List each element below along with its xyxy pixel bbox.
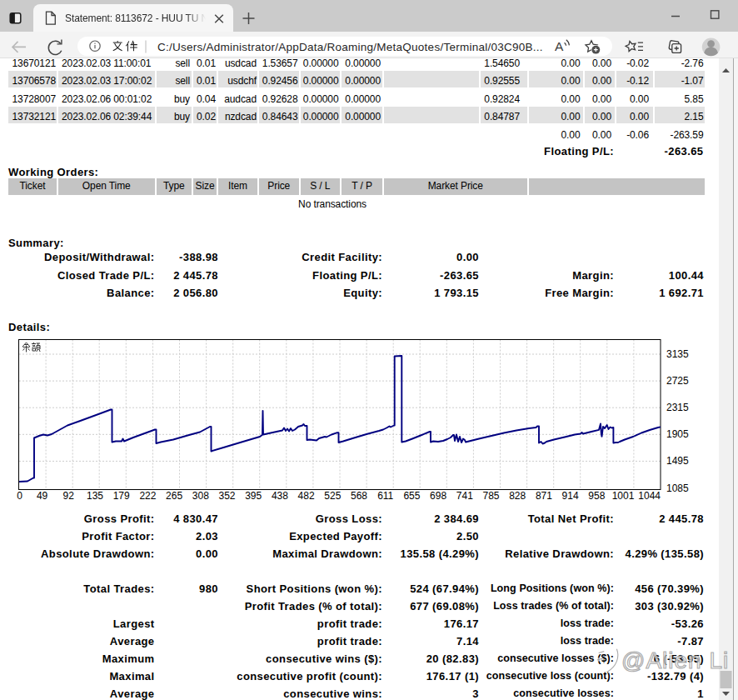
- svg-text:568: 568: [351, 490, 367, 502]
- svg-text:871: 871: [536, 490, 552, 502]
- svg-text:438: 438: [272, 490, 288, 502]
- svg-text:611: 611: [377, 490, 393, 502]
- svg-text:395: 395: [245, 490, 262, 502]
- svg-text:A: A: [555, 39, 564, 53]
- svg-text:135: 135: [87, 490, 103, 502]
- svg-text:0: 0: [17, 490, 22, 502]
- svg-text:482: 482: [298, 490, 315, 502]
- svg-text:92: 92: [63, 490, 75, 502]
- svg-text:3135: 3135: [666, 348, 689, 360]
- svg-text:741: 741: [456, 490, 473, 502]
- svg-text:958: 958: [588, 490, 605, 502]
- svg-text:49: 49: [37, 490, 48, 502]
- svg-text:308: 308: [192, 490, 209, 502]
- svg-text:1495: 1495: [666, 455, 689, 467]
- svg-text:828: 828: [509, 490, 526, 502]
- svg-text:525: 525: [324, 490, 341, 502]
- svg-text:2315: 2315: [666, 402, 689, 413]
- svg-text:785: 785: [482, 490, 499, 502]
- svg-text:1001: 1001: [612, 490, 635, 502]
- svg-text:655: 655: [403, 490, 420, 502]
- svg-text:698: 698: [430, 490, 446, 502]
- svg-text:222: 222: [139, 490, 156, 502]
- svg-text:1044: 1044: [638, 490, 661, 502]
- svg-text:265: 265: [166, 490, 182, 502]
- svg-text:179: 179: [113, 490, 130, 502]
- svg-text:1905: 1905: [666, 428, 689, 440]
- svg-text:352: 352: [218, 490, 235, 502]
- svg-text:914: 914: [562, 490, 579, 502]
- svg-text:2725: 2725: [666, 375, 689, 387]
- svg-text:1085: 1085: [666, 482, 689, 494]
